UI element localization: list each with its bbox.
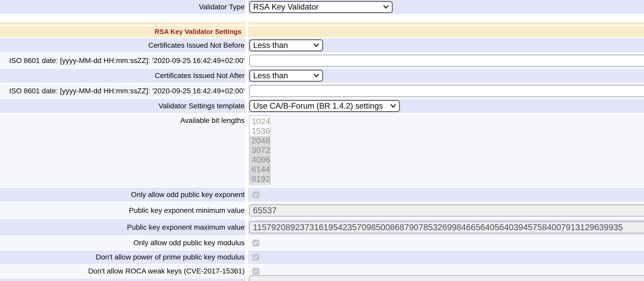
not-after-condition-value: Less than	[253, 71, 288, 80]
settings-template-label: Validator Settings template	[158, 102, 245, 110]
bit-lengths-listbox: 1024 1536 2048 3072 4096 6144 8192	[249, 115, 270, 185]
not-after-date-input[interactable]	[249, 85, 644, 97]
not-before-date-input[interactable]	[249, 55, 644, 67]
settings-template-select[interactable]: Use CA/B-Forum (BR 1.4.2) settings	[249, 100, 400, 112]
row-settings-template: Validator Settings template Use CA/B-For…	[0, 99, 644, 113]
odd-exponent-checkbox: ✓	[252, 191, 259, 198]
settings-template-value: Use CA/B-Forum (BR 1.4.2) settings	[253, 101, 383, 111]
list-option: 3072	[250, 145, 270, 155]
row-bit-lengths: Available bit lengths 1024 1536 2048 307…	[0, 114, 644, 187]
row-not-after-date: ISO 8601 date: [yyyy-MM-dd HH:mm:ssZZ]: …	[0, 83, 644, 98]
row-validator-type: Validator Type RSA Key Validator	[0, 0, 644, 14]
list-option: 4096	[250, 155, 270, 165]
row-exponent-max: Public key exponent maximum value	[0, 219, 644, 235]
row-not-before: Certificates Issued Not Before Less than	[0, 38, 644, 52]
odd-exponent-label: Only allow odd public key exponent	[131, 191, 245, 199]
chevron-down-icon	[390, 104, 396, 108]
not-after-date-label: ISO 8601 date: [yyyy-MM-dd HH:mm:ssZZ]: …	[9, 87, 245, 95]
validator-type-select[interactable]: RSA Key Validator	[249, 1, 393, 13]
roca-label: Don't allow ROCA weak keys (CVE-2017-153…	[88, 267, 245, 275]
odd-modulus-label: Only allow odd public key modulus	[133, 239, 245, 247]
not-before-condition-select[interactable]: Less than	[249, 39, 323, 51]
roca-checkbox: ✓	[252, 268, 259, 275]
check-icon: ✓	[254, 240, 258, 246]
validator-type-label: Validator Type	[199, 3, 245, 11]
check-icon: ✓	[254, 269, 258, 274]
chevron-down-icon	[313, 74, 319, 78]
list-option: 1024	[250, 117, 270, 126]
exponent-max-input	[249, 221, 644, 233]
list-option: 6144	[250, 165, 270, 174]
list-option: 8192	[250, 174, 270, 184]
power-of-prime-checkbox: ✓	[252, 254, 259, 261]
next-field-partial-input	[249, 275, 644, 281]
not-after-condition-select[interactable]: Less than	[249, 70, 323, 82]
power-of-prime-label: Don't allow power of prime public key mo…	[96, 253, 245, 261]
list-option: 1536	[250, 126, 270, 136]
section-header-strip	[0, 22, 644, 25]
bit-lengths-label: Available bit lengths	[180, 116, 245, 125]
row-odd-exponent: Only allow odd public key exponent ✓	[0, 188, 644, 202]
row-power-of-prime: Don't allow power of prime public key mo…	[0, 250, 644, 264]
validator-form: Validator Type RSA Key Validator RSA Key…	[0, 0, 644, 281]
not-before-label: Certificates Issued Not Before	[148, 41, 245, 50]
check-icon: ✓	[254, 255, 258, 260]
chevron-down-icon	[383, 5, 389, 9]
row-not-after: Certificates Issued Not After Less than	[0, 69, 644, 83]
not-after-label: Certificates Issued Not After	[155, 72, 245, 80]
section-header-row: RSA Key Validator Settings	[0, 26, 644, 38]
exponent-max-label: Public key exponent maximum value	[127, 223, 245, 231]
odd-modulus-checkbox: ✓	[252, 240, 259, 247]
row-odd-modulus: Only allow odd public key modulus ✓	[0, 236, 644, 250]
not-before-condition-value: Less than	[253, 41, 288, 50]
exponent-min-label: Public key exponent minimum value	[129, 206, 245, 215]
row-exponent-min: Public key exponent minimum value	[0, 202, 644, 219]
check-icon: ✓	[254, 192, 258, 198]
chevron-down-icon	[313, 44, 319, 47]
section-gap	[0, 15, 644, 22]
row-not-before-date: ISO 8601 date: [yyyy-MM-dd HH:mm:ssZZ]: …	[0, 53, 644, 68]
row-next-partial	[0, 278, 644, 281]
section-title: RSA Key Validator Settings	[155, 28, 245, 36]
validator-type-selected-value: RSA Key Validator	[253, 2, 319, 12]
list-option: 2048	[250, 136, 270, 145]
exponent-min-input	[249, 205, 644, 216]
not-before-date-label: ISO 8601 date: [yyyy-MM-dd HH:mm:ssZZ]: …	[9, 57, 245, 65]
